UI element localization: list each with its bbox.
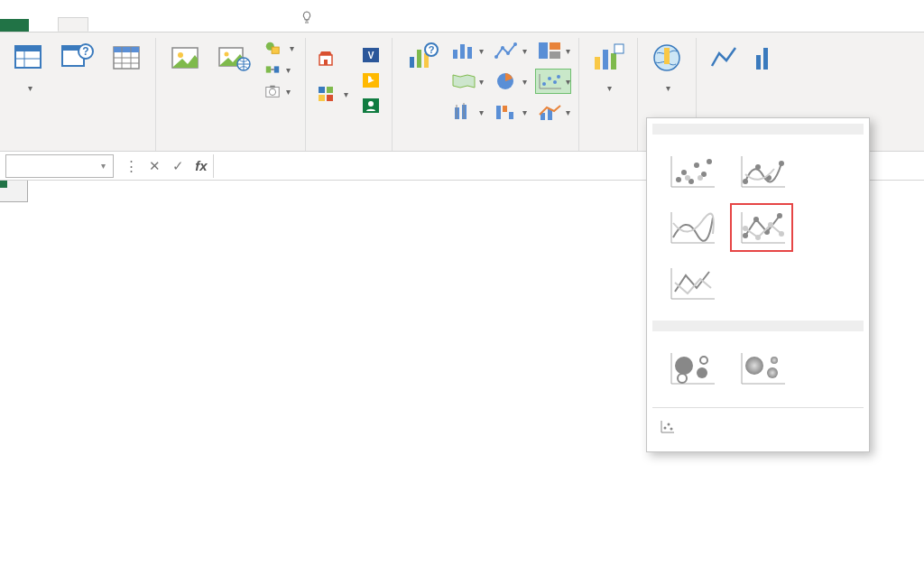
group-pivotchart: ▾ bbox=[579, 38, 638, 151]
online-pictures-button[interactable] bbox=[212, 38, 255, 81]
get-addins-button[interactable] bbox=[313, 47, 352, 69]
svg-point-88 bbox=[743, 179, 748, 184]
svg-point-109 bbox=[697, 367, 707, 378]
pie-chart-icon bbox=[494, 71, 521, 91]
svg-point-55 bbox=[542, 82, 546, 86]
tab-help[interactable] bbox=[233, 19, 262, 32]
tab-home[interactable] bbox=[29, 19, 58, 32]
svg-point-100 bbox=[743, 226, 748, 231]
people-icon bbox=[361, 96, 381, 116]
chart-pie-button[interactable]: ▾ bbox=[492, 69, 528, 94]
scatter-smooth-option[interactable] bbox=[660, 203, 723, 252]
scatter-smooth-markers-option[interactable] bbox=[730, 147, 793, 196]
cancel-button[interactable]: ✕ bbox=[143, 154, 166, 178]
screenshot-button[interactable]: ▾ bbox=[261, 81, 298, 101]
more-scatter-charts-option[interactable] bbox=[651, 412, 865, 442]
ribbon-tabs bbox=[0, 0, 924, 33]
svg-rect-27 bbox=[324, 60, 328, 65]
sparkline-line-button[interactable] bbox=[704, 38, 747, 81]
combo-chart-icon bbox=[537, 102, 564, 122]
svg-point-78 bbox=[676, 177, 681, 182]
svg-rect-31 bbox=[327, 95, 333, 101]
svg-point-102 bbox=[768, 222, 773, 228]
bubble-3d-option[interactable] bbox=[730, 344, 793, 393]
chart-line-button[interactable]: ▾ bbox=[492, 38, 528, 63]
scatter-straight-markers-option[interactable] bbox=[730, 203, 793, 252]
store-icon bbox=[317, 49, 335, 67]
smartart-button[interactable]: ▾ bbox=[261, 60, 298, 79]
bing-icon bbox=[361, 70, 381, 90]
scatter-markers-icon bbox=[664, 151, 718, 192]
pivot-chart-button[interactable]: ▾ bbox=[587, 38, 630, 95]
people-addin-button[interactable] bbox=[357, 94, 384, 117]
svg-point-17 bbox=[225, 52, 229, 57]
tab-view[interactable] bbox=[204, 19, 233, 32]
svg-text:V: V bbox=[368, 51, 374, 60]
svg-rect-65 bbox=[509, 112, 513, 119]
bubble-2d-option[interactable] bbox=[660, 344, 723, 393]
sparkline-bar-button[interactable] bbox=[753, 38, 774, 81]
select-all-corner[interactable] bbox=[0, 181, 28, 202]
pictures-button[interactable] bbox=[163, 38, 207, 81]
visio-addin-button[interactable]: V bbox=[357, 43, 384, 67]
scatter-straight-icon bbox=[664, 263, 718, 304]
chart-waterfall-button[interactable]: ▾ bbox=[492, 99, 528, 125]
fx-button[interactable]: fx bbox=[189, 154, 213, 178]
chart-hierarchy-button[interactable]: ▾ bbox=[535, 38, 571, 63]
group-charts: ? ▾ ▾ ▾ ▾ ▾ ▾ ▾ ▾ ▾ bbox=[393, 38, 579, 151]
scatter-smooth-icon bbox=[664, 207, 718, 248]
tab-formulas[interactable] bbox=[117, 19, 146, 32]
svg-point-46 bbox=[501, 46, 504, 50]
chart-map-button[interactable]: ▾ bbox=[448, 69, 485, 94]
bing-addin-button[interactable] bbox=[357, 69, 384, 92]
formula-options-button[interactable]: ⋮ bbox=[119, 154, 143, 178]
tab-data[interactable] bbox=[146, 19, 175, 32]
svg-rect-20 bbox=[272, 47, 279, 53]
addins-icon bbox=[317, 85, 335, 103]
shapes-button[interactable]: ▾ bbox=[261, 38, 298, 58]
name-box[interactable]: ▾ bbox=[5, 154, 114, 178]
svg-rect-1 bbox=[15, 46, 41, 51]
svg-point-116 bbox=[771, 357, 778, 364]
tell-me-search[interactable] bbox=[291, 3, 328, 32]
svg-text:?: ? bbox=[429, 44, 435, 55]
table-button[interactable] bbox=[105, 38, 148, 81]
tab-layout[interactable] bbox=[88, 19, 117, 32]
svg-point-47 bbox=[506, 51, 510, 55]
scatter-dropdown bbox=[646, 117, 870, 452]
bubble-2d-icon bbox=[664, 348, 718, 389]
table-icon bbox=[109, 41, 143, 75]
my-addins-button[interactable]: ▾ bbox=[313, 83, 352, 105]
svg-point-48 bbox=[513, 42, 517, 46]
chart-column-button[interactable]: ▾ bbox=[448, 38, 485, 63]
tab-review[interactable] bbox=[175, 19, 204, 32]
screenshot-icon bbox=[264, 83, 281, 99]
recommended-pivot-button[interactable]: ? bbox=[56, 38, 99, 81]
scatter-smooth-markers-icon bbox=[735, 151, 789, 192]
svg-rect-67 bbox=[548, 109, 552, 120]
pivot-table-button[interactable]: ▾ bbox=[7, 38, 51, 95]
svg-rect-9 bbox=[114, 47, 139, 52]
svg-rect-64 bbox=[503, 106, 507, 112]
bubble-section-title bbox=[652, 321, 864, 331]
scatter-straight-option[interactable] bbox=[660, 259, 723, 308]
tab-file[interactable] bbox=[0, 19, 29, 32]
visio-icon: V bbox=[361, 45, 381, 65]
chart-combo-button[interactable]: ▾ bbox=[535, 99, 571, 125]
tab-insert[interactable] bbox=[58, 17, 88, 32]
svg-rect-29 bbox=[327, 87, 333, 93]
svg-rect-71 bbox=[614, 44, 624, 53]
svg-rect-44 bbox=[467, 47, 472, 59]
enter-button[interactable]: ✓ bbox=[166, 154, 189, 178]
chart-scatter-button[interactable]: ▾ bbox=[535, 69, 571, 94]
scatter-markers-option[interactable] bbox=[660, 147, 723, 196]
pivot-chart-icon bbox=[591, 41, 625, 75]
svg-point-45 bbox=[494, 55, 498, 59]
scatter-straight-markers-icon bbox=[735, 207, 789, 248]
map3d-button[interactable]: ▾ bbox=[645, 38, 688, 95]
chart-statistic-button[interactable]: ▾ bbox=[448, 99, 485, 125]
sparkline-bar-icon bbox=[753, 41, 774, 75]
tab-powerpivot[interactable] bbox=[262, 19, 291, 32]
recommended-charts-button[interactable]: ? bbox=[400, 38, 443, 81]
svg-point-57 bbox=[553, 80, 557, 84]
